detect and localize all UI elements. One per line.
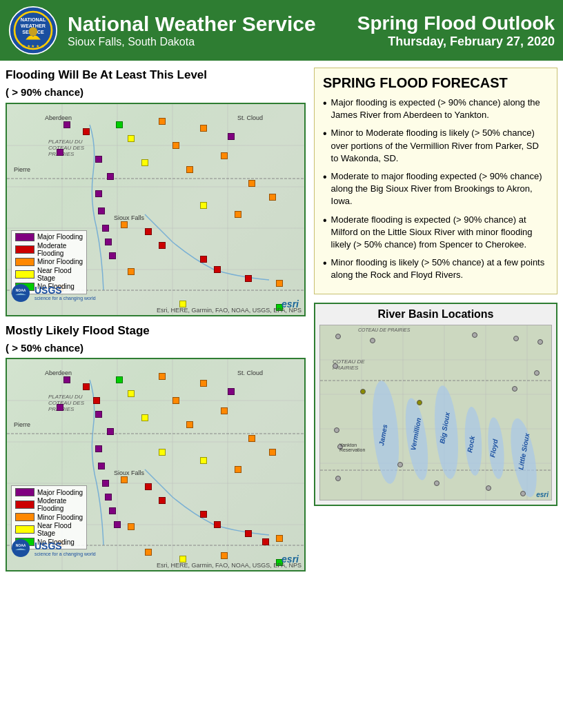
forecast-text-3: Moderate to major flooding expected (> 9…: [331, 170, 549, 208]
legend-item-minor: Minor Flooding: [15, 258, 83, 266]
b-marker-near-2: [141, 414, 148, 421]
b-marker-mod-4: [159, 497, 166, 504]
marker-minor-10: [128, 268, 135, 275]
forecast-bullet-3: •: [323, 170, 327, 208]
svg-text:NATIONAL: NATIONAL: [21, 17, 46, 23]
b-marker-minor-2: [200, 380, 207, 387]
forecast-box: SPRING FLOOD FORECAST • Major flooding i…: [314, 68, 557, 294]
svg-text:★ ★ ★ ★ ★: ★ ★ ★ ★ ★: [22, 43, 44, 48]
marker-major-8: [102, 225, 109, 232]
b-marker-major-1: [63, 376, 70, 383]
marker-major-7: [98, 208, 105, 214]
river-basin-section: River Basin Locations: [314, 303, 557, 506]
forecast-text-4: Moderate flooding is expected (> 90% cha…: [331, 214, 549, 252]
header-location: Sioux Falls, South Dakota: [68, 36, 348, 48]
marker-mod-3: [159, 242, 166, 249]
b-marker-near-3: [200, 457, 207, 464]
legend-item-near: Near FloodStage: [15, 267, 83, 282]
marker-none-1: [116, 121, 123, 128]
marker-minor-9: [121, 221, 128, 228]
marker-minor-11: [276, 280, 283, 287]
bottom-map-title-line2: ( > 50% chance): [6, 341, 306, 355]
marker-minor-4: [221, 152, 228, 159]
b-marker-major-3: [57, 404, 63, 411]
legend-label-minor: Minor Flooding: [37, 258, 83, 265]
basin-map-svg: James Vermillion Big Sioux Rock Floyd Li…: [320, 325, 551, 500]
bottom-map-section: Mostly Likely Flood Stage ( > 50% chance…: [6, 323, 306, 572]
b-marker-mod-1: [83, 383, 90, 390]
forecast-text-1: Major flooding is expected (> 90% chance…: [331, 97, 549, 121]
marker-near-3: [200, 202, 207, 209]
b-marker-major-10: [109, 507, 116, 514]
marker-minor-6: [248, 180, 255, 187]
b-legend-color-moderate: [15, 501, 34, 509]
b-legend-color-major: [15, 488, 34, 496]
b-legend-item-moderate: ModerateFlooding: [15, 497, 83, 512]
bottom-map-logos: NOAA USGS science for a changing world: [11, 538, 96, 558]
noaa-logo: NOAA: [11, 283, 30, 303]
svg-point-5: [29, 28, 38, 37]
b-legend-item-major: Major Flooding: [15, 488, 83, 496]
basin-esri: esri: [536, 491, 549, 498]
forecast-title: SPRING FLOOD FORECAST: [323, 75, 549, 91]
marker-minor-5: [186, 166, 193, 173]
b-marker-minor-13: [145, 549, 152, 556]
legend-label-major: Major Flooding: [37, 233, 83, 241]
forecast-item-4: • Moderate flooding is expected (> 90% c…: [323, 214, 549, 252]
top-map-title-line2: ( > 90% chance): [6, 85, 306, 99]
b-marker-major-9: [105, 494, 112, 501]
b-marker-minor-4: [221, 407, 228, 414]
b-legend-item-near: Near FloodStage: [15, 522, 83, 537]
svg-point-18: [12, 284, 30, 302]
bottom-map-attribution: Esri, HERE, Garmin, FAO, NOAA, USGS, EPA…: [157, 562, 302, 569]
b-marker-mod-8: [262, 538, 269, 545]
b-marker-mod-2: [93, 397, 100, 404]
marker-minor-3: [172, 142, 179, 149]
forecast-item-5: • Minor flooding is likely (> 50% chance…: [323, 256, 549, 281]
map-label-siouxfalls: Sioux Falls: [114, 214, 144, 221]
header-right-block: Spring Flood Outlook Thursday, February …: [357, 12, 555, 49]
legend-color-major: [15, 233, 34, 241]
bottom-map-esri: esri: [282, 554, 299, 565]
b-legend-label-near: Near FloodStage: [37, 522, 71, 537]
forecast-item-3: • Moderate to major flooding expected (>…: [323, 170, 549, 208]
bottom-usgs-sub: science for a changing world: [34, 552, 96, 556]
top-map-esri: esri: [282, 299, 299, 310]
marker-mod-5: [214, 266, 221, 273]
b-marker-minor-8: [235, 466, 241, 473]
legend-label-near: Near FloodStage: [37, 267, 71, 282]
top-flood-map: Aberdeen St. Cloud Pierre Sioux Falls NE…: [6, 103, 306, 316]
marker-mod-1: [83, 128, 90, 135]
b-marker-mod-7: [245, 530, 252, 537]
b-legend-label-moderate: ModerateFlooding: [37, 497, 66, 512]
b-marker-near-1: [128, 390, 135, 397]
usgs-logo-block: USGS science for a changing world: [34, 285, 96, 301]
map-label-stcloud: St. Cloud: [237, 114, 263, 121]
marker-major-9: [105, 239, 112, 245]
marker-major-10: [109, 252, 116, 259]
marker-major-6: [95, 190, 102, 197]
basin-label-yankton: YanktonReservation: [339, 443, 365, 452]
forecast-item-2: • Minor to Moderate flooding is likely (…: [323, 127, 549, 165]
nws-title: National Weather Service: [68, 12, 348, 36]
legend-color-moderate: [15, 245, 34, 254]
forecast-text-2: Minor to Moderate flooding is likely (> …: [331, 127, 549, 165]
bottom-map-label-plateau: PLATEAU DUCOTEAU DESPRAIRIES: [48, 394, 84, 412]
b-legend-color-near: [15, 525, 34, 534]
b-marker-minor-11: [276, 535, 283, 542]
basin-plateau-label: COTEAU DE PRAIRIES: [358, 327, 410, 332]
b-marker-mod-6: [214, 521, 221, 528]
b-marker-mod-5: [200, 511, 207, 518]
svg-point-31: [12, 539, 30, 557]
forecast-bullet-2: •: [323, 127, 327, 165]
bottom-map-label-aberdeen: Aberdeen: [45, 370, 72, 376]
top-map-attribution: Esri, HERE, Garmin, FAO, NOAA, USGS, EPA…: [157, 307, 302, 314]
legend-item-major: Major Flooding: [15, 233, 83, 241]
marker-minor-2: [200, 125, 207, 132]
b-legend-label-major: Major Flooding: [37, 489, 83, 496]
top-map-title-line1: Flooding Will Be At Least This Level: [6, 68, 306, 83]
legend-label-moderate: ModerateFlooding: [37, 242, 66, 257]
main-content: Flooding Will Be At Least This Level ( >…: [0, 61, 563, 585]
b-legend-label-minor: Minor Flooding: [37, 514, 83, 521]
marker-mod-4: [200, 256, 207, 263]
